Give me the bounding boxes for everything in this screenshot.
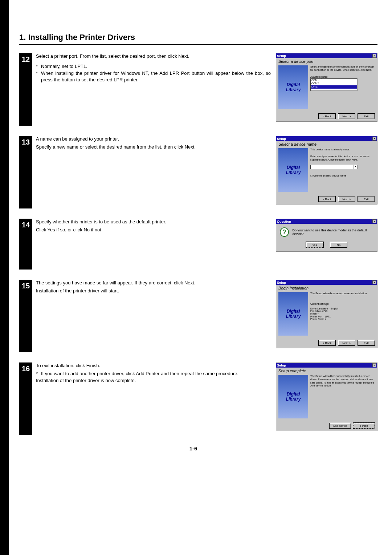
step-text: To exit installation, click Finish. *If … [36,362,276,385]
step-number: 15 [19,280,32,352]
step-text: A name can be assigned to your printer. … [36,136,276,151]
left-margin-bar [0,0,9,555]
close-icon[interactable]: × [372,137,376,141]
step-14: 14 Specify whether this printer is to be… [19,219,377,270]
close-icon[interactable]: × [372,219,376,223]
port-listbox[interactable]: COM1: COM2: LPT1: [310,78,358,91]
dialog-subtitle: Select a device port [276,58,377,65]
finish-button[interactable]: Finish [353,423,375,429]
dialog-subtitle: Setup complete [276,368,377,374]
dialog-title: Setup [277,54,286,58]
next-button[interactable]: Next > [338,113,355,119]
dialog-title: Setup [277,137,286,141]
step-text: Select a printer port. From the list, se… [36,53,276,83]
back-button[interactable]: < Back [318,113,336,119]
document-page: 1. Installing the Printer Drivers 12 Sel… [0,0,392,555]
add-device-button[interactable]: Add device [329,423,351,429]
settings-summary: Driver Language = English Emulation = PC… [310,307,375,321]
exit-button[interactable]: Exit [358,113,375,119]
setup-dialog-port: Setup × Select a device port DigitalLibr… [276,53,377,122]
close-icon[interactable]: × [372,280,376,284]
step-15: 15 The settings you have made so far wil… [19,280,377,352]
step-number: 12 [19,53,32,126]
dialog-subtitle: Select a device name [276,141,377,147]
setup-dialog-complete: Setup × Setup complete DigitalLibrary Th… [276,362,377,431]
step-text: The settings you have made so far will a… [36,280,276,295]
setup-dialog-name: Setup × Select a device name DigitalLibr… [276,136,377,204]
wizard-logo: DigitalLibrary [278,375,308,418]
wizard-logo: DigitalLibrary [278,65,308,109]
question-dialog: Question × ? Do you want to use this dev… [276,219,377,252]
question-icon: ? [280,227,289,237]
step-12: 12 Select a printer port. From the list,… [19,53,377,126]
step-13: 13 A name can be assigned to your printe… [19,136,377,208]
exit-button[interactable]: Exit [358,340,375,346]
step-16: 16 To exit installation, click Finish. *… [19,362,377,435]
yes-button[interactable]: Yes [306,242,323,248]
page-number: 1-6 [9,445,377,451]
close-icon[interactable]: × [372,363,376,367]
dialog-title: Setup [277,281,286,284]
setup-dialog-begin: Setup × Begin installation DigitalLibrar… [276,280,377,348]
back-button[interactable]: < Back [318,196,336,202]
wizard-logo: DigitalLibrary [278,148,308,192]
exit-button[interactable]: Exit [358,196,375,202]
dialog-title: Setup [277,364,286,367]
wizard-logo: DigitalLibrary [278,292,308,336]
dialog-subtitle: Begin installation [276,285,377,291]
close-icon[interactable]: × [372,54,376,58]
next-button[interactable]: Next > [338,340,355,346]
page-title: 1. Installing the Printer Drivers [19,33,377,45]
dialog-title: Question [277,220,291,223]
back-button[interactable]: < Back [318,340,336,346]
step-number: 14 [19,219,32,270]
no-button[interactable]: No [330,242,347,248]
device-name-combobox[interactable]: ▼ [310,165,358,169]
step-number: 16 [19,362,32,435]
step-number: 13 [19,136,32,208]
question-text: Do you want to use this device model as … [293,228,373,236]
step-text: Specify whether this printer is to be us… [36,219,276,234]
next-button[interactable]: Next > [338,196,355,202]
use-existing-checkbox[interactable]: ☐ Use the existing device name [310,174,375,178]
